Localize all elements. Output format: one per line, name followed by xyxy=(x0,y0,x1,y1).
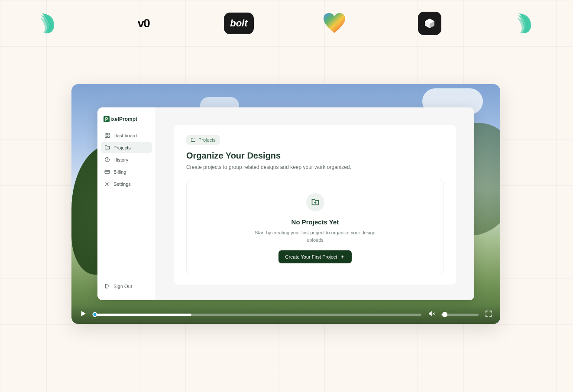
sidebar-item-label: Billing xyxy=(113,169,126,175)
history-icon xyxy=(104,157,110,162)
play-icon xyxy=(79,310,87,317)
empty-state-text: Start by creating your first project to … xyxy=(253,229,378,243)
volume-mute-icon xyxy=(427,310,435,317)
svg-point-6 xyxy=(107,183,108,185)
progress-thumb[interactable] xyxy=(93,312,97,317)
sidebar-item-projects[interactable]: Projects xyxy=(101,142,152,153)
empty-icon-wrap xyxy=(306,193,324,211)
sidebar-item-label: History xyxy=(113,157,128,162)
volume-slider[interactable] xyxy=(441,314,479,316)
sidebar-item-history[interactable]: History xyxy=(101,154,152,165)
logout-icon xyxy=(104,283,110,289)
breadcrumb-label: Projects xyxy=(198,137,216,143)
brand-icon: P xyxy=(104,116,110,122)
brand: P ixelPrompt xyxy=(101,116,152,130)
breadcrumb: Projects xyxy=(186,135,220,145)
svg-rect-2 xyxy=(105,136,107,138)
mute-button[interactable] xyxy=(427,310,435,319)
gear-icon xyxy=(104,181,110,187)
folder-icon xyxy=(191,137,196,143)
video-controls xyxy=(71,305,500,324)
sidebar-item-settings[interactable]: Settings xyxy=(101,178,152,189)
sidebar-item-billing[interactable]: Billing xyxy=(101,166,152,177)
sidebar-item-label: Projects xyxy=(113,145,131,150)
app-window: P ixelPrompt Dashboard Projects History xyxy=(97,107,474,300)
plus-icon xyxy=(340,255,345,259)
sidebar-item-dashboard[interactable]: Dashboard xyxy=(101,130,152,141)
create-project-button[interactable]: Create Your First Project xyxy=(278,250,352,263)
sidebar-item-label: Dashboard xyxy=(113,133,137,138)
progress-bar[interactable] xyxy=(93,314,421,316)
card-icon xyxy=(104,169,110,175)
dashboard-icon xyxy=(104,133,110,138)
volume-thumb[interactable] xyxy=(442,312,447,317)
fullscreen-button[interactable] xyxy=(485,310,492,319)
page-title: Organize Your Designs xyxy=(186,151,444,161)
main-content: Projects Organize Your Designs Create pr… xyxy=(156,107,474,300)
video-frame: P ixelPrompt Dashboard Projects History xyxy=(71,84,500,324)
folder-icon xyxy=(104,145,110,150)
progress-fill xyxy=(93,314,191,316)
play-button[interactable] xyxy=(79,310,87,319)
brand-text: ixelPrompt xyxy=(110,116,137,122)
logo-row: v0 bolt xyxy=(0,12,573,35)
sidebar: P ixelPrompt Dashboard Projects History xyxy=(97,107,156,300)
sidebar-item-label: Settings xyxy=(113,181,131,187)
sign-out-label: Sign Out xyxy=(113,284,132,289)
main-card: Projects Organize Your Designs Create pr… xyxy=(174,125,456,285)
svg-rect-5 xyxy=(105,170,110,173)
folder-plus-icon xyxy=(311,198,320,207)
feather-logo-icon xyxy=(507,12,543,35)
svg-rect-3 xyxy=(108,136,110,138)
sidebar-nav: Dashboard Projects History Billing Setti… xyxy=(101,130,152,189)
empty-state-card: No Projects Yet Start by creating your f… xyxy=(186,180,444,274)
lovable-logo-icon xyxy=(317,12,352,35)
cta-label: Create Your First Project xyxy=(285,254,337,259)
feather-logo-icon xyxy=(30,12,66,35)
sign-out-button[interactable]: Sign Out xyxy=(101,281,152,292)
bolt-logo-icon: bolt xyxy=(221,12,256,35)
spline-logo-icon xyxy=(412,12,447,35)
fullscreen-icon xyxy=(485,310,492,317)
v0-logo-icon: v0 xyxy=(126,12,161,35)
empty-state-title: No Projects Yet xyxy=(291,218,339,226)
svg-rect-1 xyxy=(108,133,110,135)
svg-rect-0 xyxy=(105,133,107,135)
page-subtitle: Create projects to group related designs… xyxy=(186,164,444,170)
